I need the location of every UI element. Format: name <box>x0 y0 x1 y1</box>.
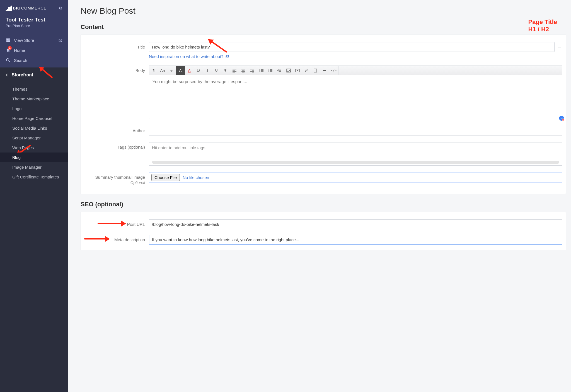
post-url-input[interactable] <box>149 219 562 229</box>
tb-align-right-icon[interactable] <box>248 66 257 75</box>
seo-panel: Post URL Meta description <box>81 212 566 250</box>
logo-text-left: BIG <box>13 6 21 10</box>
tags-label: Tags (optional) <box>84 142 145 150</box>
sidebar-item-social-media-links[interactable]: Social Media Links <box>0 123 68 133</box>
section-content: Content <box>81 23 566 31</box>
svg-point-14 <box>287 69 288 70</box>
sidebar-item-script-manager[interactable]: Script Manager <box>0 133 68 143</box>
tb-list-ol-icon[interactable]: 123 <box>266 66 275 75</box>
annotation-arrow-url <box>98 223 125 224</box>
sidebar-item-logo[interactable]: Logo <box>0 104 68 113</box>
page-title: New Blog Post <box>81 6 566 16</box>
thumb-label: Summary thumbnail image <box>95 175 145 180</box>
main-content: New Blog Post Content Title Need inspira… <box>68 0 571 392</box>
nav-home[interactable]: 1 Home <box>0 45 68 55</box>
sidebar-subpanel: Storefront ThemesTheme MarketplaceLogoHo… <box>0 67 68 392</box>
tb-align-left-icon[interactable] <box>230 66 239 75</box>
chevron-left-icon <box>5 73 9 77</box>
sidebar-item-theme-marketplace[interactable]: Theme Marketplace <box>0 94 68 104</box>
svg-rect-2 <box>8 7 11 9</box>
body-label: Body <box>84 66 145 73</box>
tags-scrollbar[interactable] <box>152 161 559 164</box>
tb-strike-icon[interactable]: Ŧ <box>221 66 230 75</box>
tb-image-icon[interactable] <box>284 66 293 75</box>
svg-rect-17 <box>314 69 317 72</box>
nav-search-label: Search <box>14 58 27 63</box>
sidebar-item-web-pages[interactable]: Web Pages <box>0 143 68 153</box>
author-input[interactable] <box>149 126 562 135</box>
tb-outdent-icon[interactable] <box>275 66 284 75</box>
collapse-sidebar-icon[interactable] <box>58 6 63 11</box>
subpanel-header-label: Storefront <box>12 72 33 78</box>
body-editor: ¶ Aa a↕ A A B I U Ŧ <box>149 66 562 119</box>
inspiration-link-text: Need inspiration on what to write about? <box>149 54 224 59</box>
sidebar-item-home-page-carousel[interactable]: Home Page Carousel <box>0 113 68 123</box>
tb-code-icon[interactable]: </> <box>329 66 338 75</box>
tb-align-center-icon[interactable] <box>239 66 248 75</box>
tb-paragraph-icon[interactable]: ¶ <box>149 66 158 75</box>
title-label: Title <box>84 42 145 50</box>
subpanel-back[interactable]: Storefront <box>0 67 68 83</box>
search-icon <box>6 58 11 63</box>
file-status: No file chosen <box>183 175 209 180</box>
brand-logo: BIG COMMERCE <box>5 5 47 11</box>
editor-toolbar: ¶ Aa a↕ A A B I U Ŧ <box>149 66 562 75</box>
sidebar: BIG COMMERCE Tool Tester Test Pro Plan S… <box>0 0 68 392</box>
popup-icon <box>225 55 229 59</box>
section-seo: SEO (optional) <box>81 201 566 208</box>
inspiration-link[interactable]: Need inspiration on what to write about? <box>149 54 229 59</box>
body-text: You might be surprised by the average li… <box>153 79 247 84</box>
tb-page-icon[interactable] <box>311 66 320 75</box>
nav-view-store[interactable]: View Store <box>0 35 68 45</box>
tags-input[interactable]: Hit enter to add multiple tags. <box>149 142 562 166</box>
svg-marker-16 <box>297 70 298 71</box>
tb-bold-icon[interactable]: B <box>194 66 203 75</box>
nav-home-label: Home <box>14 48 25 53</box>
nav-view-store-label: View Store <box>14 38 34 43</box>
sidebar-item-image-manager[interactable]: Image Manager <box>0 162 68 172</box>
content-panel: Title Need inspiration on what to write … <box>81 35 566 194</box>
tb-video-icon[interactable] <box>293 66 302 75</box>
tb-underline-icon[interactable]: U <box>212 66 221 75</box>
body-textarea[interactable]: You might be surprised by the average li… <box>149 75 562 119</box>
meta-card-icon[interactable] <box>557 45 562 49</box>
thumb-sub: Optional <box>84 180 145 185</box>
tb-text-color-icon[interactable]: A <box>185 66 194 75</box>
svg-point-4 <box>6 59 9 61</box>
annotation-arrow-meta <box>84 238 109 239</box>
svg-rect-5 <box>226 56 228 58</box>
svg-point-9 <box>260 71 260 72</box>
meta-label: Meta description <box>114 237 145 242</box>
file-picker: Choose File No file chosen <box>149 172 562 183</box>
svg-point-8 <box>260 70 260 71</box>
post-url-label: Post URL <box>127 222 145 227</box>
home-badge: 1 <box>8 46 12 50</box>
meta-input[interactable] <box>149 235 562 245</box>
tb-font-size-icon[interactable]: a↕ <box>167 66 176 75</box>
store-plan: Pro Plan Store <box>6 24 63 28</box>
sidebar-item-themes[interactable]: Themes <box>0 84 68 94</box>
svg-rect-6 <box>226 55 228 57</box>
choose-file-button[interactable]: Choose File <box>151 174 180 181</box>
store-icon <box>6 38 11 43</box>
logo-mark-icon <box>5 5 12 11</box>
svg-rect-3 <box>8 9 11 11</box>
svg-point-7 <box>260 69 260 70</box>
tb-text-bg-icon[interactable]: A <box>176 66 185 75</box>
sidebar-item-gift-certificate-templates[interactable]: Gift Certificate Templates <box>0 172 68 182</box>
tb-link-icon[interactable] <box>302 66 311 75</box>
external-link-icon <box>58 38 63 43</box>
svg-text:3: 3 <box>268 71 269 72</box>
assistant-badge-icon[interactable] <box>558 115 565 121</box>
logo-text-right: COMMERCE <box>21 6 47 10</box>
nav-search[interactable]: Search <box>0 55 68 65</box>
tb-italic-icon[interactable]: I <box>203 66 212 75</box>
sidebar-item-blog[interactable]: Blog <box>0 153 68 162</box>
tb-hr-icon[interactable] <box>320 66 329 75</box>
tags-placeholder: Hit enter to add multiple tags. <box>152 145 559 150</box>
tb-font-case-icon[interactable]: Aa <box>158 66 167 75</box>
author-label: Author <box>84 126 145 134</box>
store-name: Tool Tester Test <box>6 17 63 23</box>
tb-list-ul-icon[interactable] <box>257 66 266 75</box>
annotation-arrow-storefront <box>39 67 53 78</box>
